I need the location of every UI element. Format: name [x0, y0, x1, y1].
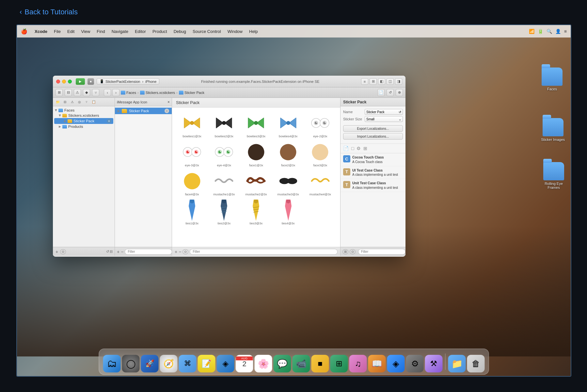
search-icon[interactable]: 🔍: [547, 29, 552, 34]
menu-debug[interactable]: Debug: [170, 29, 189, 34]
run-button[interactable]: ▶: [76, 78, 85, 85]
inspector-filter-input[interactable]: [358, 249, 405, 255]
desktop-folder-faces[interactable]: Faces: [542, 68, 563, 91]
dock-item-folder2[interactable]: 📁: [448, 355, 466, 373]
sticker-item-ties1[interactable]: ties1@3x: [177, 200, 207, 225]
inspector-refresh-btn[interactable]: ↺: [387, 89, 394, 96]
template-item-cocoa[interactable]: C Cocoa Touch Class A Cocoa Touch class: [341, 153, 405, 166]
tree-item-faces[interactable]: ▶ Faces: [53, 108, 115, 113]
sticker-item-ties3[interactable]: ties3@3x: [241, 200, 271, 225]
inspector-tab-grid[interactable]: ⊞: [363, 146, 367, 151]
sticker-item-bowties1[interactable]: bowties1@3x: [177, 113, 207, 138]
sticker-item-face4[interactable]: face4@3x: [177, 171, 207, 196]
back-btn[interactable]: ‹: [104, 89, 111, 96]
vcs-btn[interactable]: ⑂: [92, 89, 99, 96]
sticker-item-face1[interactable]: face1@3x: [241, 142, 271, 167]
menu-sourcecontrol[interactable]: Source Control: [189, 29, 224, 34]
inspector-tab-gear[interactable]: ⚙: [357, 146, 361, 151]
nav-target-btn[interactable]: ◎: [76, 99, 82, 105]
nav-filter-btn[interactable]: ⊟: [62, 99, 68, 105]
desktop-folder-rolling[interactable]: Rolling Eye Frames: [541, 162, 567, 189]
sticker-filter-input[interactable]: [190, 249, 338, 255]
editor-assistant-btn[interactable]: ⊞: [370, 78, 377, 85]
sticker-item-face2[interactable]: face2@3x: [274, 142, 303, 167]
breakpoint-btn[interactable]: ◆: [83, 89, 90, 96]
sticker-item-mustache4[interactable]: mustache4@3x: [306, 171, 335, 196]
tree-item-products[interactable]: ▶ Products: [53, 124, 115, 129]
menu-xcode[interactable]: Xcode: [31, 29, 51, 34]
dock-item-calendar[interactable]: AUG 2: [236, 355, 253, 373]
breadcrumb-stickerpack[interactable]: Sticker Pack: [179, 91, 204, 95]
inspector-localize-btn[interactable]: ⊕: [396, 89, 403, 96]
breadcrumb-xcstickers[interactable]: Stickers.xcstickers: [140, 91, 175, 95]
add-file-btn[interactable]: +: [55, 249, 59, 254]
remove-sticker-btn[interactable]: −: [179, 249, 181, 254]
sticker-item-bowties4[interactable]: bowties4@3x: [274, 113, 303, 138]
dock-item-finder[interactable]: 🗂: [103, 355, 121, 373]
menu-editor[interactable]: Editor: [132, 29, 149, 34]
inspector-toggle[interactable]: ◨: [395, 78, 402, 85]
close-button[interactable]: [56, 80, 60, 83]
dock-item-launchpad[interactable]: 🚀: [141, 355, 159, 373]
menu-find[interactable]: Find: [93, 29, 108, 34]
import-localizations-btn[interactable]: Import Localizations...: [343, 133, 403, 140]
dock-item-instruments[interactable]: ⚒: [425, 355, 443, 373]
nav-vcs-btn[interactable]: ⑂: [84, 99, 89, 105]
nav-recent-btn[interactable]: ↺: [106, 249, 109, 254]
sticker-item-mustache3[interactable]: mustache3@3x: [274, 171, 303, 196]
template-item-unittest[interactable]: T Unit Test Case Class A class implement…: [341, 179, 405, 192]
menu-window[interactable]: Window: [224, 29, 246, 34]
tree-item-xcstickers[interactable]: ▶ Stickers.xcstickers: [53, 113, 115, 118]
template-item-uitest[interactable]: T UI Test Case Class A class implementin…: [341, 166, 405, 179]
sticker-filter-btn[interactable]: ⊙: [182, 249, 188, 254]
warning-btn[interactable]: ⚠: [74, 89, 81, 96]
nav-filter-circle-btn[interactable]: ⊙: [60, 249, 66, 254]
scheme-selector[interactable]: 📱 StickerPackExtension › iPhone: [97, 78, 159, 84]
tree-item-stickerpack[interactable]: ▶ Sticker Pack ×: [54, 118, 113, 124]
filter-btn[interactable]: ⊟: [65, 89, 72, 96]
sticker-item-mustache2[interactable]: mustache2@3x: [241, 171, 271, 196]
dock-item-systemprefs[interactable]: ⚙: [406, 355, 424, 373]
dock-item-facetime[interactable]: 📹: [293, 355, 310, 373]
sticker-item-bowties3[interactable]: bowties3@3x: [241, 113, 271, 138]
inspector-tab-file[interactable]: 📄: [343, 146, 349, 151]
menu-view[interactable]: View: [78, 29, 93, 34]
asset-filter-input[interactable]: [125, 249, 172, 255]
sticker-item-face3[interactable]: face3@3x: [306, 142, 335, 167]
dock-item-music[interactable]: ♫: [349, 355, 367, 373]
inspector-size-select[interactable]: Small ⌄: [365, 116, 403, 122]
dock-item-calendar2[interactable]: ■: [311, 355, 329, 373]
asset-item-sticker-pack[interactable]: ▶ Sticker Pack ×: [115, 108, 172, 114]
sticker-item-eye3[interactable]: eye-3@3x: [177, 142, 207, 167]
add-asset-btn[interactable]: +: [117, 249, 119, 254]
breadcrumb-faces[interactable]: Faces: [121, 91, 136, 95]
dock-item-messages[interactable]: 💬: [274, 355, 291, 373]
nav-search-btn[interactable]: 📋: [91, 99, 97, 105]
inspector-filter-btn[interactable]: ⊙: [350, 249, 356, 254]
asset-panel-close[interactable]: ×: [167, 100, 170, 104]
dock-item-books[interactable]: 📖: [368, 355, 386, 373]
apple-menu[interactable]: 🍎: [21, 28, 27, 35]
desktop-folder-sticker-images[interactable]: Sticker Images: [541, 118, 565, 142]
navigator-toggle[interactable]: ◧: [378, 78, 385, 85]
nav-folder-btn[interactable]: 📁: [55, 99, 61, 105]
stop-button[interactable]: ■: [87, 78, 94, 85]
inspector-name-select[interactable]: Sticker Pack ↺: [365, 109, 403, 115]
inspector-grid-btn[interactable]: ⊞: [342, 249, 348, 254]
navigator-btn[interactable]: ⊞: [56, 89, 63, 96]
minimize-button[interactable]: [62, 80, 66, 83]
dock-item-xcode-app[interactable]: ⌘: [179, 355, 197, 373]
dock-item-trash[interactable]: 🗑: [467, 355, 485, 373]
menu-product[interactable]: Product: [149, 29, 170, 34]
nav-filter-btn2[interactable]: ⊟: [110, 249, 113, 254]
asset-close-sticker-pack[interactable]: ×: [165, 109, 169, 113]
inspector-file-btn[interactable]: 📄: [377, 89, 385, 96]
editor-standard-btn[interactable]: ≡: [361, 78, 368, 85]
menu-navigate[interactable]: Navigate: [108, 29, 132, 34]
dock-item-appstore[interactable]: ◈: [387, 355, 405, 373]
sticker-item-eye2[interactable]: eye-2@3x: [306, 113, 335, 138]
maximize-button[interactable]: [68, 80, 72, 83]
menu-file[interactable]: File: [51, 29, 64, 34]
inspector-tab-box[interactable]: □: [351, 146, 354, 151]
sticker-item-ties4[interactable]: ties4@3x: [274, 200, 303, 225]
